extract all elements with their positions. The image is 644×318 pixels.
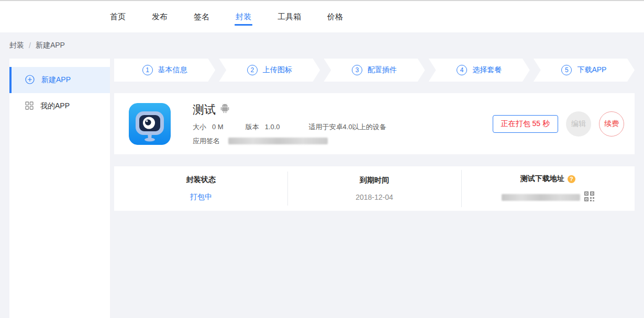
breadcrumb-current: 新建APP [36,41,65,50]
step-label: 上传图标 [263,65,292,75]
expiry-title: 到期时间 [287,176,461,185]
step-label: 配置插件 [368,65,397,75]
package-status-value: 打包中 [114,192,287,202]
nav-item-toolbox[interactable]: 工具箱 [277,1,301,32]
download-url-title: 测试下载地址 [520,174,564,184]
sidebar: 新建APP 我的APP [9,59,110,318]
app-title: 测试 [193,102,216,118]
download-url-column: 测试下载地址 ? [461,174,635,203]
renew-button[interactable]: 续费 [599,111,624,137]
step-configure-plugins[interactable]: 3 配置插件 [324,59,425,82]
step-label: 选择套餐 [472,65,502,75]
edit-button[interactable]: 编辑 [566,111,591,137]
version-label: 版本 [246,122,259,132]
step-number: 3 [352,65,362,75]
sidebar-item-new-app[interactable]: 新建APP [9,67,110,93]
app-logo [129,103,171,145]
sidebar-item-my-apps[interactable]: 我的APP [9,93,110,119]
nav-item-pricing[interactable]: 价格 [327,1,343,32]
compatibility-text: 适用于安卓4.0以上的设备 [309,122,386,132]
nav-item-package[interactable]: 封装 [236,1,251,32]
expiry-column: 到期时间 2018-12-04 [287,176,461,201]
sidebar-item-label: 新建APP [41,75,71,85]
plus-circle-icon [25,75,35,86]
step-number: 2 [247,65,258,75]
wizard-steps: 1 基本信息 2 上传图标 3 配置插件 4 选择套餐 5 下载APP [114,59,635,82]
nav-item-publish[interactable]: 发布 [152,1,168,32]
package-status-title: 封装状态 [114,175,287,185]
status-card: 封装状态 打包中 到期时间 2018-12-04 测试下载地址 ? [114,166,635,211]
question-icon[interactable]: ? [568,175,575,183]
package-status-column: 封装状态 打包中 [114,175,287,202]
step-number: 4 [457,65,467,75]
top-nav: 首页 发布 签名 封装 工具箱 价格 [0,1,644,32]
breadcrumb: 封装 / 新建APP [0,32,644,59]
step-select-plan[interactable]: 4 选择套餐 [429,59,530,82]
nav-item-signature[interactable]: 签名 [194,1,209,32]
android-icon [220,104,229,116]
step-label: 基本信息 [158,65,187,75]
step-label: 下载APP [577,65,606,75]
redacted-download-url[interactable] [502,194,580,201]
step-download-app[interactable]: 5 下载APP [534,59,635,82]
expiry-value: 2018-12-04 [287,193,461,201]
redacted-signature [228,138,328,144]
size-value: 0 M [212,123,224,131]
breadcrumb-root[interactable]: 封装 [9,41,24,50]
nav-item-home[interactable]: 首页 [110,1,126,32]
signature-label: 应用签名 [193,137,220,146]
step-number: 1 [142,65,153,75]
grid-icon [25,101,34,111]
packing-status-button[interactable]: 正在打包 55 秒 [493,115,558,133]
size-label: 大小 [193,122,206,132]
step-basic-info[interactable]: 1 基本信息 [114,59,215,82]
step-upload-icon[interactable]: 2 上传图标 [219,59,320,82]
step-number: 5 [561,65,572,75]
sidebar-item-label: 我的APP [40,101,70,111]
qr-code-icon[interactable] [584,191,594,203]
version-value: 1.0.0 [265,123,280,131]
breadcrumb-separator: / [29,41,31,50]
app-card: 测试 大小 0 M 版本 [114,93,635,154]
